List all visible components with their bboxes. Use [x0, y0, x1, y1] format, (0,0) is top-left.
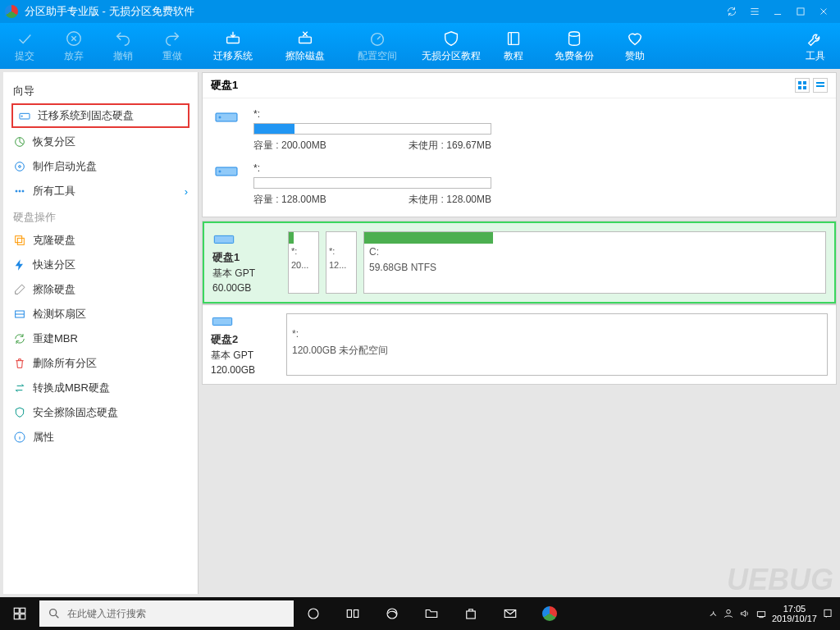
main-partition[interactable]: C:59.68GB NTFS — [363, 231, 826, 294]
wizard-item-0[interactable]: 迁移系统到固态硬盘 — [11, 103, 189, 128]
dots-icon — [13, 185, 26, 198]
app-taskbar-icon[interactable] — [530, 597, 569, 630]
toolbar-lossless[interactable]: 无损分区教程 — [413, 23, 489, 69]
wizard-item-3[interactable]: 所有工具› — [3, 179, 198, 203]
toolbar-label: 重做 — [162, 49, 182, 63]
ops-item-0[interactable]: 克隆硬盘 — [3, 228, 198, 253]
wizard-item-2[interactable]: 制作启动光盘 — [3, 154, 198, 179]
network-icon[interactable] — [756, 608, 767, 619]
svg-rect-30 — [212, 317, 231, 325]
disc-icon — [13, 160, 26, 173]
ops-item-6[interactable]: 转换成MBR硬盘 — [3, 376, 198, 400]
eraser-icon — [13, 283, 26, 296]
svg-point-12 — [16, 190, 17, 192]
toolbar-label: 免费备份 — [555, 49, 594, 63]
notifications-icon[interactable] — [822, 608, 833, 619]
svg-point-13 — [19, 190, 21, 192]
disk-info: 硬盘1基本 GPT60.00GB — [212, 231, 281, 294]
copy-icon — [13, 234, 26, 247]
toolbar-wipe[interactable]: 擦除磁盘 — [269, 23, 341, 69]
side-item-label: 克隆硬盘 — [33, 233, 75, 248]
start-button[interactable] — [0, 597, 39, 630]
partition-block-1[interactable]: *:容量 : 128.00MB未使用 : 128.00MB — [214, 162, 824, 207]
disk-row-0[interactable]: 硬盘1基本 GPT60.00GB*:20...*:12...C:59.68GB … — [203, 221, 836, 304]
usage-bar — [253, 123, 491, 135]
toolbar-migrate[interactable]: 迁移系统 — [197, 23, 269, 69]
info-icon — [13, 431, 26, 444]
svg-point-8 — [21, 116, 22, 116]
tray-time: 17:05 — [772, 604, 817, 614]
search-box[interactable]: 在此键入进行搜索 — [39, 600, 294, 627]
refresh-icon — [13, 332, 26, 345]
main-partition[interactable]: *:120.00GB 未分配空间 — [286, 313, 828, 376]
toolbar-tools[interactable]: 工具 — [791, 23, 840, 69]
disk-row-1[interactable]: 硬盘2基本 GPT120.00GB*:120.00GB 未分配空间 — [203, 305, 836, 384]
svg-point-6 — [569, 31, 580, 36]
toolbar-label: 工具 — [806, 49, 825, 63]
mini-partition-1[interactable]: *:12... — [326, 231, 357, 294]
svg-point-35 — [50, 609, 57, 616]
side-item-label: 迁移系统到固态硬盘 — [38, 108, 134, 123]
store-icon[interactable] — [451, 597, 491, 630]
file-explorer-icon[interactable] — [412, 597, 451, 630]
toolbar-tutorial[interactable]: 教程 — [489, 23, 538, 69]
task-view-icon[interactable] — [333, 597, 372, 630]
ops-item-4[interactable]: 重建MBR — [3, 326, 198, 351]
close-icon[interactable] — [812, 2, 835, 21]
svg-rect-34 — [21, 614, 25, 619]
toolbar-label: 迁移系统 — [213, 49, 253, 63]
edge-icon[interactable] — [372, 597, 412, 630]
svg-rect-29 — [214, 235, 233, 243]
ops-item-3[interactable]: 检测坏扇区 — [3, 302, 198, 326]
svg-point-26 — [219, 116, 221, 118]
toolbar-donate[interactable]: 赞助 — [610, 23, 660, 69]
toolbar-backup[interactable]: 免费备份 — [538, 23, 610, 69]
disk-info: 硬盘2基本 GPT120.00GB — [211, 313, 280, 376]
toolbar-label: 擦除磁盘 — [285, 49, 325, 63]
scan-icon — [13, 308, 26, 321]
minimize-icon[interactable] — [766, 2, 789, 21]
svg-point-28 — [219, 171, 221, 172]
ops-item-5[interactable]: 删除所有分区 — [3, 351, 198, 376]
volume-icon[interactable] — [739, 608, 751, 619]
maximize-icon[interactable] — [789, 2, 812, 21]
cortana-icon[interactable] — [294, 597, 333, 630]
partition-meta: 容量 : 128.00MB未使用 : 128.00MB — [253, 193, 491, 207]
mini-partition-0[interactable]: *:20... — [288, 231, 319, 294]
window-title: 分区助手专业版 - 无损分区免费软件 — [25, 4, 194, 19]
disk-icon — [214, 162, 239, 179]
svg-rect-20 — [803, 81, 806, 84]
wizard-item-1[interactable]: 恢复分区 — [3, 130, 198, 154]
toolbar-label: 撤销 — [113, 49, 133, 63]
toolbar-label: 配置空间 — [358, 49, 397, 63]
menu-icon[interactable] — [743, 2, 766, 21]
system-tray[interactable]: ㅅ 17:05 2019/10/17 — [702, 604, 840, 623]
partition-name: *: — [253, 162, 824, 174]
ops-item-7[interactable]: 安全擦除固态硬盘 — [3, 400, 198, 425]
sidebar: 向导 迁移系统到固态硬盘恢复分区制作启动光盘所有工具› 硬盘操作 克隆硬盘快速分… — [3, 72, 199, 594]
tray-chevron-icon[interactable]: ㅅ — [709, 608, 718, 620]
ops-item-8[interactable]: 属性 — [3, 425, 198, 450]
mail-icon[interactable] — [491, 597, 530, 630]
toolbar-label: 提交 — [15, 49, 34, 63]
grid-view-icon[interactable] — [795, 78, 810, 93]
toolbar-redo: 重做 — [148, 23, 197, 69]
list-view-icon[interactable] — [813, 78, 828, 93]
svg-point-14 — [22, 190, 24, 192]
refresh-icon[interactable] — [720, 2, 743, 21]
partition-block-0[interactable]: *:容量 : 200.00MB未使用 : 169.67MB — [214, 108, 824, 153]
svg-rect-31 — [14, 608, 19, 613]
chevron-right-icon: › — [185, 185, 188, 198]
wizard-header: 向导 — [3, 80, 198, 102]
taskbar: 在此键入进行搜索 ㅅ 17:05 2019/10/17 — [0, 597, 840, 630]
toolbar-label: 教程 — [504, 49, 523, 63]
search-placeholder: 在此键入进行搜索 — [67, 607, 146, 621]
svg-rect-37 — [347, 610, 351, 618]
svg-rect-2 — [227, 37, 240, 43]
people-icon[interactable] — [723, 608, 734, 619]
side-item-label: 制作启动光盘 — [33, 159, 97, 174]
ops-item-2[interactable]: 擦除硬盘 — [3, 277, 198, 302]
ops-item-1[interactable]: 快速分区 — [3, 253, 198, 277]
main-panel: 硬盘1*:容量 : 200.00MB未使用 : 169.67MB*:容量 : 1… — [199, 69, 840, 597]
svg-rect-32 — [21, 608, 25, 613]
